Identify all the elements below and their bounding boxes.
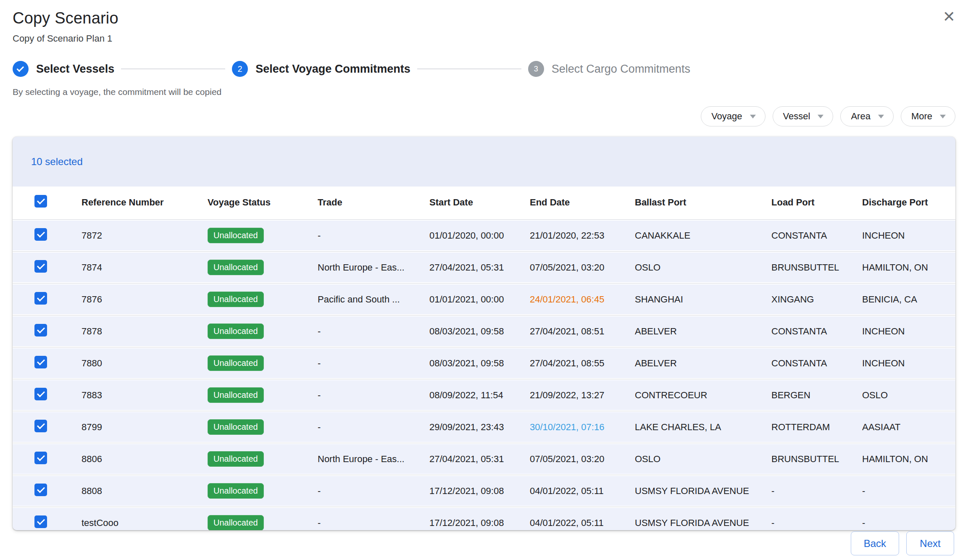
- step-select-voyage-commitments[interactable]: 2 Select Voyage Commitments: [232, 61, 410, 77]
- row-checkbox[interactable]: [34, 420, 47, 432]
- row-reference-number: 7883: [69, 390, 195, 401]
- row-checkbox[interactable]: [34, 228, 47, 241]
- row-checkbox[interactable]: [34, 324, 47, 337]
- row-end-date: 21/09/2022, 13:27: [517, 390, 622, 401]
- row-reference-number: testCooo: [69, 518, 195, 528]
- row-start-date: 01/01/2020, 00:00: [417, 230, 517, 241]
- row-load-port: ROTTERDAM: [759, 422, 850, 433]
- step-1-label: Select Vessels: [36, 63, 114, 76]
- row-discharge-port: INCHEON: [850, 326, 955, 337]
- row-discharge-port: BENICIA, CA: [850, 294, 955, 305]
- row-reference-number: 7880: [69, 358, 195, 369]
- voyage-table-card: 10 selected Reference Number Voyage Stat…: [13, 137, 955, 530]
- col-header-ballast-port: Ballast Port: [622, 197, 759, 208]
- table-row[interactable]: 7874 Unallocated North Europe - Eas... 2…: [13, 252, 955, 282]
- row-trade: Pacific and South ...: [305, 294, 417, 305]
- col-header-end-date: End Date: [517, 197, 622, 208]
- row-checkbox[interactable]: [34, 452, 47, 464]
- chevron-down-icon: [818, 115, 823, 118]
- filter-vessel-button[interactable]: Vessel: [773, 106, 834, 126]
- row-ballast-port: SHANGHAI: [622, 294, 759, 305]
- filter-row: Voyage Vessel Area More: [13, 106, 955, 126]
- table-row[interactable]: 7872 Unallocated - 01/01/2020, 00:00 21/…: [13, 221, 955, 250]
- row-trade: -: [305, 326, 417, 337]
- step-3-circle: 3: [528, 61, 544, 77]
- row-load-port: BRUNSBUTTEL: [759, 262, 850, 273]
- row-checkbox[interactable]: [34, 356, 47, 368]
- table-row[interactable]: 7878 Unallocated - 08/03/2021, 09:58 27/…: [13, 316, 955, 346]
- filter-area-label: Area: [851, 111, 870, 122]
- col-header-trade: Trade: [305, 197, 417, 208]
- stepper-connector: [121, 68, 225, 69]
- stepper: Select Vessels 2 Select Voyage Commitmen…: [13, 61, 955, 77]
- row-discharge-port: HAMILTON, ON: [850, 454, 955, 465]
- selection-summary-bar: 10 selected: [13, 137, 955, 187]
- col-header-load-port: Load Port: [759, 197, 850, 208]
- row-end-date: 07/05/2021, 03:20: [517, 454, 622, 465]
- row-load-port: -: [759, 518, 850, 528]
- row-ballast-port: CONTRECOEUR: [622, 390, 759, 401]
- voyage-status-badge: Unallocated: [208, 355, 264, 371]
- filter-voyage-button[interactable]: Voyage: [701, 106, 765, 126]
- filter-more-label: More: [911, 111, 932, 122]
- helper-text: By selecting a voyage, the commitment wi…: [13, 87, 955, 97]
- row-end-date: 04/01/2022, 05:11: [517, 486, 622, 497]
- row-ballast-port: ABELVER: [622, 358, 759, 369]
- filter-area-button[interactable]: Area: [840, 106, 893, 126]
- table-row[interactable]: 7876 Unallocated Pacific and South ... 0…: [13, 284, 955, 314]
- back-button[interactable]: Back: [851, 531, 899, 555]
- row-load-port: XINGANG: [759, 294, 850, 305]
- voyage-status-badge: Unallocated: [208, 292, 264, 307]
- row-checkbox[interactable]: [34, 292, 47, 305]
- step-2-circle: 2: [232, 61, 248, 77]
- step-select-vessels[interactable]: Select Vessels: [13, 61, 114, 77]
- row-end-date: 07/05/2021, 03:20: [517, 262, 622, 273]
- close-icon[interactable]: ✕: [943, 9, 955, 24]
- row-checkbox[interactable]: [34, 515, 47, 528]
- row-trade: North Europe - Eas...: [305, 454, 417, 465]
- dialog-header: Copy Scenario Copy of Scenario Plan 1 ✕: [0, 0, 968, 44]
- row-trade: -: [305, 518, 417, 528]
- row-discharge-port: -: [850, 486, 955, 497]
- step-1-circle: [13, 61, 29, 77]
- row-checkbox[interactable]: [34, 260, 47, 273]
- row-end-date: 24/01/2021, 06:45: [517, 294, 622, 305]
- table-row[interactable]: testCooo Unallocated - 17/12/2021, 09:08…: [13, 508, 955, 530]
- row-reference-number: 8808: [69, 486, 195, 497]
- select-all-checkbox[interactable]: [34, 195, 47, 208]
- table-row[interactable]: 8799 Unallocated - 29/09/2021, 23:43 30/…: [13, 412, 955, 442]
- dialog-subtitle: Copy of Scenario Plan 1: [13, 33, 955, 44]
- row-start-date: 08/03/2021, 09:58: [417, 326, 517, 337]
- row-reference-number: 7874: [69, 262, 195, 273]
- row-checkbox[interactable]: [34, 388, 47, 400]
- row-reference-number: 8806: [69, 454, 195, 465]
- voyage-status-badge: Unallocated: [208, 323, 264, 339]
- table-row[interactable]: 8806 Unallocated North Europe - Eas... 2…: [13, 444, 955, 474]
- voyage-status-badge: Unallocated: [208, 451, 264, 467]
- table-row[interactable]: 7883 Unallocated - 08/09/2022, 11:54 21/…: [13, 380, 955, 410]
- row-reference-number: 7876: [69, 294, 195, 305]
- voyage-status-badge: Unallocated: [208, 387, 264, 403]
- table-row[interactable]: 8808 Unallocated - 17/12/2021, 09:08 04/…: [13, 476, 955, 506]
- voyage-status-badge: Unallocated: [208, 515, 264, 530]
- row-ballast-port: OSLO: [622, 454, 759, 465]
- row-start-date: 17/12/2021, 09:08: [417, 518, 517, 528]
- next-button[interactable]: Next: [906, 531, 954, 555]
- row-discharge-port: -: [850, 518, 955, 528]
- row-start-date: 01/01/2021, 00:00: [417, 294, 517, 305]
- row-ballast-port: OSLO: [622, 262, 759, 273]
- row-end-date: 30/10/2021, 07:16: [517, 422, 622, 433]
- row-trade: North Europe - Eas...: [305, 262, 417, 273]
- filter-more-button[interactable]: More: [901, 106, 955, 126]
- row-start-date: 17/12/2021, 09:08: [417, 486, 517, 497]
- row-trade: -: [305, 422, 417, 433]
- row-end-date: 27/04/2021, 08:51: [517, 326, 622, 337]
- step-3-label: Select Cargo Commitments: [552, 63, 690, 76]
- row-trade: -: [305, 390, 417, 401]
- row-ballast-port: USMSY FLORIDA AVENUE: [622, 486, 759, 497]
- row-trade: -: [305, 358, 417, 369]
- table-row[interactable]: 7880 Unallocated - 08/03/2021, 09:58 27/…: [13, 348, 955, 378]
- row-end-date: 21/01/2020, 22:53: [517, 230, 622, 241]
- row-checkbox[interactable]: [34, 484, 47, 496]
- step-select-cargo-commitments[interactable]: 3 Select Cargo Commitments: [528, 61, 690, 77]
